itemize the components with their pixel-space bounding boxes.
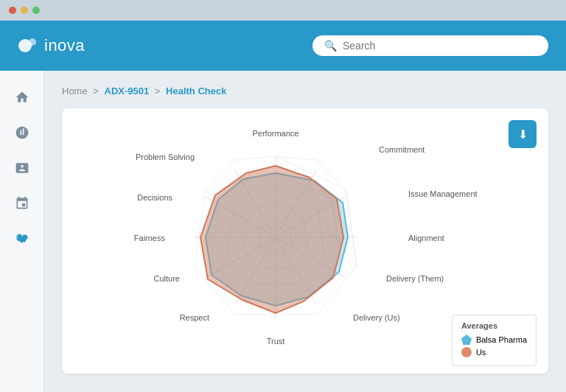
legend-label-balsa: Balsa Pharma [476,335,527,344]
search-icon: 🔍 [324,40,337,52]
svg-text:Alignment: Alignment [408,234,444,242]
legend-item-balsa: Balsa Pharma [461,335,527,345]
breadcrumb-home[interactable]: Home [62,85,88,97]
legend-balsa-icon [461,335,472,345]
sidebar-item-analytics[interactable] [7,118,37,147]
svg-text:Respect: Respect [180,313,209,322]
sidebar [0,71,44,392]
logo: inova [18,35,85,57]
svg-text:Problem Solving: Problem Solving [136,153,195,161]
radar-series-us [200,166,343,313]
sidebar-item-org[interactable] [7,189,37,218]
search-input[interactable] [343,40,537,52]
svg-point-32 [461,347,472,357]
svg-text:Commitment: Commitment [379,145,424,154]
legend-item-us: Us [461,347,527,357]
sidebar-item-home[interactable] [7,83,37,112]
svg-text:Fairness: Fairness [134,234,166,242]
close-dot[interactable] [9,7,16,14]
content: Home > ADX-9501 > Health Check ⬇ Perform… [44,71,566,392]
breadcrumb-page: ADX-9501 [105,85,152,97]
svg-marker-31 [461,335,472,345]
svg-text:Decisions: Decisions [137,193,172,202]
maximize-dot[interactable] [32,7,40,14]
title-bar [0,0,566,21]
svg-text:Culture: Culture [154,274,180,283]
svg-text:Issue Management: Issue Management [408,189,478,198]
svg-text:Delivery (Us): Delivery (Us) [353,313,400,322]
logo-text: inova [44,36,85,55]
health-check-card: ⬇ Performance Commitment Issue Managemen… [62,108,548,374]
sidebar-item-contacts[interactable] [7,153,37,183]
svg-text:Trust: Trust [267,337,285,346]
svg-point-1 [29,38,36,46]
breadcrumb: Home > ADX-9501 > Health Check [62,85,548,97]
search-bar[interactable]: 🔍 [312,35,548,56]
minimize-dot[interactable] [21,7,28,14]
breadcrumb-sep1: > [93,85,99,97]
legend-label-us: Us [476,348,486,357]
breadcrumb-sep2: > [155,85,161,97]
legend-title: Averages [461,321,527,330]
svg-text:Performance: Performance [253,129,299,138]
breadcrumb-current: Health Check [166,85,226,97]
sidebar-item-handshake[interactable] [7,224,37,253]
header: inova 🔍 [0,21,566,71]
main-layout: Home > ADX-9501 > Health Check ⬇ Perform… [0,71,566,392]
svg-text:Delivery (Them): Delivery (Them) [386,274,444,283]
legend-us-icon [461,347,472,357]
legend: Averages Balsa Pharma Us [452,315,537,366]
